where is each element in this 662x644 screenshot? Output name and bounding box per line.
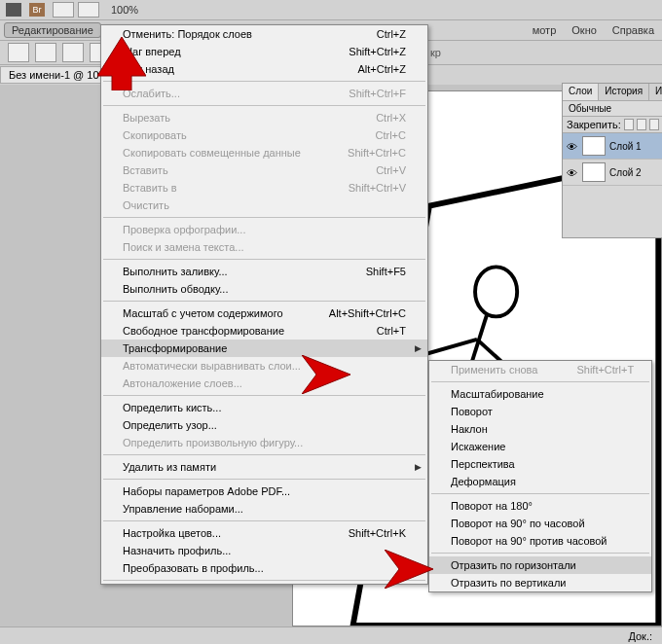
menu-cut: ВырезатьCtrl+X (101, 109, 427, 126)
menu-find-replace: Поиск и замена текста... (101, 238, 427, 256)
menu-stroke[interactable]: Выполнить обводку... (101, 280, 427, 298)
layer-name[interactable]: Слой 2 (609, 167, 642, 178)
submenu-scale[interactable]: Масштабирование (429, 385, 651, 403)
menu-window[interactable]: Окно (564, 22, 605, 38)
svg-point-0 (475, 267, 517, 316)
svg-marker-6 (302, 355, 350, 394)
lock-transparency-icon[interactable] (624, 119, 634, 130)
svg-marker-7 (385, 550, 433, 589)
menu-help[interactable]: Справка (605, 22, 662, 38)
menu-view-fragment[interactable]: мотр (525, 22, 565, 38)
opt-icon-1[interactable] (35, 43, 56, 62)
menu-step-forward[interactable]: Шаг впередShift+Ctrl+Z (101, 43, 427, 60)
submenu-again: Применить сноваShift+Ctrl+T (429, 361, 651, 378)
status-bar: Док.: (0, 626, 662, 644)
screen-mode-icon[interactable] (78, 2, 99, 18)
blend-mode-select[interactable]: Обычные (563, 101, 662, 117)
menu-fade: Ослабить...Shift+Ctrl+F (101, 85, 427, 102)
view-extras-icon[interactable] (53, 2, 74, 18)
opt-icon-2[interactable] (62, 43, 84, 62)
layer-thumbnail (582, 162, 606, 182)
menu-auto-align: Автоматически выравнивать слои... (101, 357, 427, 375)
menu-step-backward[interactable]: Шаг назадAlt+Ctrl+Z (101, 60, 427, 78)
bridge-icon[interactable]: Br (29, 3, 45, 17)
svg-marker-5 (97, 37, 146, 90)
submenu-warp[interactable]: Деформация (429, 473, 651, 490)
status-doc-label: Док.: (628, 630, 652, 642)
lock-pixels-icon[interactable] (637, 119, 646, 130)
panel-tab-history[interactable]: История (599, 84, 649, 100)
menu-presets-manager[interactable]: Управление наборами... (101, 500, 427, 518)
menu-paste-into: Вставить вShift+Ctrl+V (101, 179, 427, 197)
submenu-skew[interactable]: Наклон (429, 420, 651, 438)
menu-define-brush[interactable]: Определить кисть... (101, 399, 427, 416)
edit-menu-dropdown: Отменить: Порядок слоевCtrl+Z Шаг вперед… (100, 24, 428, 585)
menu-undo[interactable]: Отменить: Порядок слоевCtrl+Z (101, 25, 427, 43)
menu-spellcheck: Проверка орфографии... (101, 221, 427, 238)
ps-logo-icon (6, 3, 21, 17)
annotation-arrow-icon (97, 37, 146, 92)
submenu-flip-vertical[interactable]: Отразить по вертикали (429, 574, 651, 591)
layer-thumbnail (582, 136, 606, 156)
zoom-level[interactable]: 100% (111, 4, 138, 16)
annotation-arrow-icon (385, 550, 433, 590)
panel-tab-i[interactable]: И (649, 84, 662, 100)
submenu-rotate-90cw[interactable]: Поворот на 90° по часовой (429, 515, 651, 532)
submenu-rotate-180[interactable]: Поворот на 180° (429, 497, 651, 515)
submenu-distort[interactable]: Искажение (429, 438, 651, 455)
annotation-arrow-icon (302, 355, 350, 396)
menu-fill[interactable]: Выполнить заливку...Shift+F5 (101, 263, 427, 280)
layers-panel: Слои История И Обычные Закрепить: 👁 Слой… (562, 83, 662, 238)
menu-paste: ВставитьCtrl+V (101, 161, 427, 179)
menu-define-pattern[interactable]: Определить узор... (101, 416, 427, 434)
menu-assign-profile[interactable]: Назначить профиль... (101, 542, 427, 559)
visibility-icon[interactable]: 👁 (567, 141, 578, 151)
menu-edit[interactable]: Редактирование (4, 22, 101, 38)
submenu-arrow-icon: ▶ (415, 462, 422, 472)
menu-copy-merged: Скопировать совмещенные данныеShift+Ctrl… (101, 144, 427, 161)
menu-define-shape: Определить произвольную фигуру... (101, 434, 427, 451)
submenu-arrow-icon: ▶ (415, 343, 422, 353)
panel-tab-layers[interactable]: Слои (563, 84, 599, 100)
menu-content-aware-scale[interactable]: Масштаб с учетом содержимогоAlt+Shift+Ct… (101, 304, 427, 322)
menu-pdf-presets[interactable]: Наборы параметров Adobe PDF... (101, 483, 427, 500)
menu-color-settings[interactable]: Настройка цветов...Shift+Ctrl+K (101, 524, 427, 542)
document-tab[interactable]: Без имени-1 @ 10 (0, 66, 108, 84)
transform-submenu: Применить сноваShift+Ctrl+T Масштабирова… (428, 360, 652, 592)
submenu-rotate-90ccw[interactable]: Поворот на 90° против часовой (429, 532, 651, 550)
menu-free-transform[interactable]: Свободное трансформированиеCtrl+T (101, 322, 427, 340)
menu-auto-blend: Автоналожение слоев... (101, 375, 427, 392)
menu-copy: СкопироватьCtrl+C (101, 126, 427, 144)
lock-label: Закрепить: (567, 119, 621, 130)
app-topbar: Br 100% (0, 0, 662, 20)
visibility-icon[interactable]: 👁 (567, 167, 578, 177)
submenu-flip-horizontal[interactable]: Отразить по горизонтали (429, 556, 651, 574)
layer-row-2[interactable]: 👁 Слой 2 (563, 160, 662, 186)
menu-transform[interactable]: Трансформирование▶ (101, 340, 427, 357)
submenu-rotate[interactable]: Поворот (429, 403, 651, 420)
menu-convert-profile[interactable]: Преобразовать в профиль... (101, 559, 427, 577)
menu-clear: Очистить (101, 197, 427, 214)
lock-position-icon[interactable] (649, 119, 659, 130)
submenu-perspective[interactable]: Перспектива (429, 455, 651, 473)
menu-purge[interactable]: Удалить из памяти▶ (101, 458, 427, 476)
layer-row-1[interactable]: 👁 Слой 1 (563, 133, 662, 160)
tool-preset-icon[interactable] (8, 43, 29, 62)
lock-row: Закрепить: (563, 117, 662, 133)
layer-name[interactable]: Слой 1 (609, 141, 642, 152)
